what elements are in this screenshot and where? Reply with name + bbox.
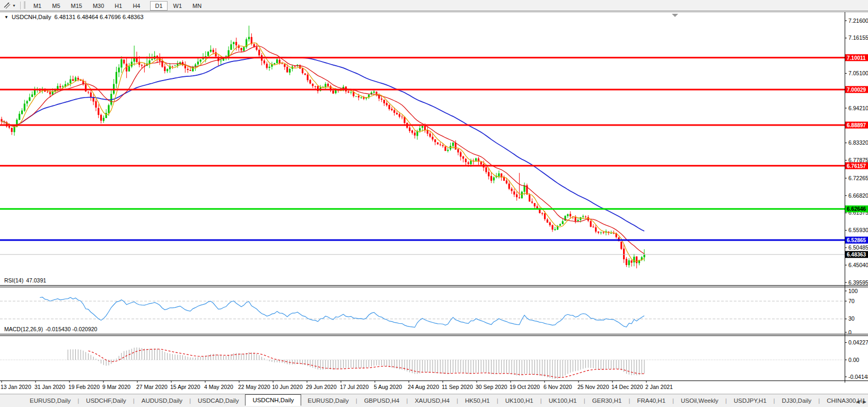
svg-text:17 Jul 2020: 17 Jul 2020 xyxy=(340,384,369,390)
svg-text:27 Mar 2020: 27 Mar 2020 xyxy=(136,384,168,390)
svg-text:19 Oct 2020: 19 Oct 2020 xyxy=(510,384,540,390)
svg-text:5 Aug 2020: 5 Aug 2020 xyxy=(374,384,402,390)
timeframe-m15-button[interactable]: M15 xyxy=(66,1,87,11)
toolbar-separator xyxy=(20,2,21,10)
timeframe-w1-button[interactable]: W1 xyxy=(169,1,187,11)
svg-text:30 Sep 2020: 30 Sep 2020 xyxy=(476,384,507,390)
tab-gbpusd-h4[interactable]: GBPUSD,H4 xyxy=(358,396,406,405)
svg-text:6.45040: 6.45040 xyxy=(848,262,868,268)
tab-scroll-right-icon[interactable]: ▶ xyxy=(863,399,866,404)
tab-xauusd-h4[interactable]: XAUUSD,H4 xyxy=(408,396,456,405)
svg-text:6.52865: 6.52865 xyxy=(847,237,866,243)
svg-text:6.77875: 6.77875 xyxy=(848,157,868,163)
tab-usdchf-daily[interactable]: USDCHF,Daily xyxy=(80,396,132,405)
svg-text:6.72265: 6.72265 xyxy=(848,175,868,181)
rsi-name: RSI(14) xyxy=(4,277,23,284)
svg-text:7.10011: 7.10011 xyxy=(847,55,866,61)
macd-indicator-label: MACD(12,26,9) -0.015430 -0.020920 xyxy=(4,326,97,332)
price-chart-canvas[interactable]: 7.216007.161557.051006.942106.833206.778… xyxy=(0,12,868,393)
svg-text:0.00: 0.00 xyxy=(848,357,860,363)
svg-text:31 Jan 2020: 31 Jan 2020 xyxy=(34,384,65,390)
tab-usdjpy-h1[interactable]: USDJPY,H1 xyxy=(727,396,773,405)
tab-uk100-h1[interactable]: UK100,H1 xyxy=(542,396,583,405)
svg-text:6.94210: 6.94210 xyxy=(848,105,868,111)
timeframe-m1-button[interactable]: M1 xyxy=(29,1,46,11)
svg-text:6.76157: 6.76157 xyxy=(847,163,866,169)
svg-text:24 Aug 2020: 24 Aug 2020 xyxy=(408,384,439,390)
tool-dropdown-caret-icon[interactable]: ▼ xyxy=(12,4,16,7)
timeframe-h4-button[interactable]: H4 xyxy=(128,1,145,11)
chart-symbol-label: USDCNH,Daily xyxy=(12,14,51,20)
timeframe-h1-button[interactable]: H1 xyxy=(110,1,127,11)
timeframe-m30-button[interactable]: M30 xyxy=(88,1,109,11)
tab-usdcnh-daily[interactable]: USDCNH,Daily xyxy=(245,394,301,406)
svg-text:6.50485: 6.50485 xyxy=(848,244,868,251)
svg-text:13 Jan 2020: 13 Jan 2020 xyxy=(1,384,31,390)
timeframe-d1-button[interactable]: D1 xyxy=(150,1,167,11)
chart-ohlc-values: 6.48131 6.48464 6.47696 6.48363 xyxy=(54,14,143,20)
svg-text:0.042275: 0.042275 xyxy=(848,339,868,346)
symbol-tab-bar: EURUSD,Daily|USDCHF,Daily|AUDUSD,Daily|U… xyxy=(0,394,868,407)
chart-area[interactable]: 7.216007.161557.051006.942106.833206.778… xyxy=(0,12,868,393)
svg-text:11 Sep 2020: 11 Sep 2020 xyxy=(442,384,473,390)
svg-text:-0.04148: -0.04148 xyxy=(848,374,868,380)
tab-eurusd-daily[interactable]: EURUSD,Daily xyxy=(301,396,355,405)
svg-text:7.21600: 7.21600 xyxy=(848,17,868,24)
svg-text:6.55930: 6.55930 xyxy=(848,227,868,233)
svg-text:100: 100 xyxy=(848,288,858,294)
tab-fra40-h1[interactable]: FRA40,H1 xyxy=(630,396,672,405)
timeframe-mn-button[interactable]: MN xyxy=(188,1,206,11)
svg-text:19 Feb 2020: 19 Feb 2020 xyxy=(68,384,100,390)
svg-text:29 Jun 2020: 29 Jun 2020 xyxy=(306,384,337,390)
price-axis-badge: 6.52865 xyxy=(845,237,868,244)
cursor-tool-icon[interactable] xyxy=(3,2,11,10)
tab-hk50-h1[interactable]: HK50,H1 xyxy=(459,396,496,405)
svg-text:10 Jun 2020: 10 Jun 2020 xyxy=(272,384,303,390)
svg-text:2 Jan 2021: 2 Jan 2021 xyxy=(645,384,673,390)
svg-text:6.88897: 6.88897 xyxy=(847,122,866,128)
timeframe-buttons: M1M5M15M30H1H4D1W1MN xyxy=(28,1,207,10)
svg-text:70: 70 xyxy=(848,298,855,304)
price-axis-badge: 6.62646 xyxy=(845,206,868,213)
toolbar-grip-handle[interactable] xyxy=(24,2,25,9)
svg-text:0: 0 xyxy=(848,329,852,335)
svg-text:4 May 2020: 4 May 2020 xyxy=(204,384,233,390)
svg-text:30: 30 xyxy=(848,315,855,322)
svg-text:14 Dec 2020: 14 Dec 2020 xyxy=(611,384,643,390)
tab-dj30-daily[interactable]: DJ30,Daily xyxy=(776,396,818,405)
price-axis-badge: 6.88897 xyxy=(845,122,868,129)
tab-ger30-h1[interactable]: GER30,H1 xyxy=(586,396,628,405)
svg-text:15 Apr 2020: 15 Apr 2020 xyxy=(170,384,200,390)
svg-text:6 Nov 2020: 6 Nov 2020 xyxy=(543,384,572,390)
tab-scroll-left-icon[interactable]: ◀ xyxy=(856,399,860,404)
tab-usdcad-daily[interactable]: USDCAD,Daily xyxy=(191,396,245,405)
svg-text:25 Nov 2020: 25 Nov 2020 xyxy=(577,384,609,390)
svg-text:6.48363: 6.48363 xyxy=(847,252,866,258)
svg-text:22 May 2020: 22 May 2020 xyxy=(238,384,270,390)
macd-name: MACD(12,26,9) xyxy=(4,326,43,332)
svg-text:6.62646: 6.62646 xyxy=(847,206,866,212)
price-axis-badge: 6.48363 xyxy=(845,251,868,258)
chart-menu-caret-icon[interactable]: ▼ xyxy=(4,15,8,20)
svg-text:9 Mar 2020: 9 Mar 2020 xyxy=(102,384,130,390)
trading-terminal-window: ▼ M1M5M15M30H1H4D1W1MN 7.216007.161557.0… xyxy=(0,0,868,407)
price-axis-badge: 6.76157 xyxy=(845,162,868,169)
chart-title: ▼ USDCNH,Daily 6.48131 6.48464 6.47696 6… xyxy=(4,14,144,20)
price-axis-badge: 7.10011 xyxy=(845,54,868,61)
macd-values: -0.015430 -0.020920 xyxy=(46,326,98,332)
price-axis-badge: 7.00029 xyxy=(845,86,868,93)
tab-uk100-h1[interactable]: UK100,H1 xyxy=(499,396,540,405)
tab-eurusd-daily[interactable]: EURUSD,Daily xyxy=(23,396,77,405)
svg-text:7.16155: 7.16155 xyxy=(848,34,868,41)
svg-text:6.39595: 6.39595 xyxy=(848,279,868,286)
timeframe-toolbar: ▼ M1M5M15M30H1H4D1W1MN xyxy=(0,0,868,11)
svg-text:7.00029: 7.00029 xyxy=(847,87,866,93)
svg-text:6.66820: 6.66820 xyxy=(848,192,868,199)
tab-audusd-daily[interactable]: AUDUSD,Daily xyxy=(135,396,189,405)
tab-usoil-weekly[interactable]: USOil,Weekly xyxy=(674,396,725,405)
rsi-indicator-label: RSI(14) 47.0391 xyxy=(4,277,46,284)
tab-scroll-buttons: ◀ ▶ xyxy=(856,399,866,404)
cursor-tool-glyph xyxy=(3,2,11,9)
svg-text:6.83320: 6.83320 xyxy=(848,139,868,146)
timeframe-m5-button[interactable]: M5 xyxy=(47,1,65,11)
